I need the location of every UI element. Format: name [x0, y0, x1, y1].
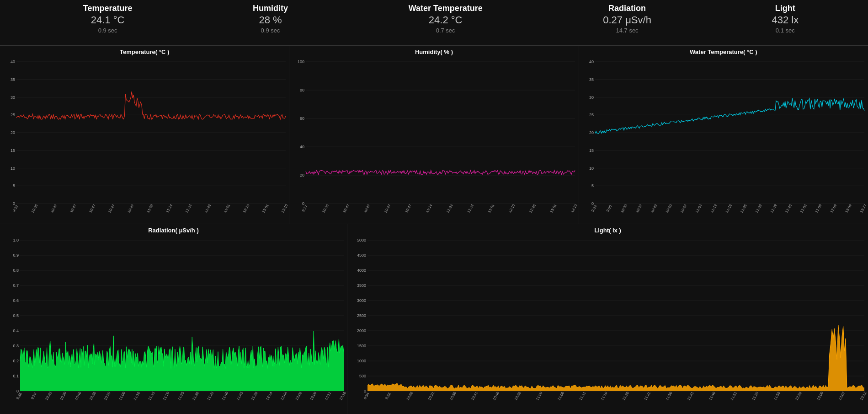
- svg-text:0.9: 0.9: [13, 253, 19, 258]
- chart-panel-top-1: Humidity( % )1008060402009:2710:3610:471…: [289, 46, 579, 224]
- svg-text:13:12: 13:12: [859, 391, 868, 401]
- svg-text:11:11: 11:11: [579, 391, 587, 401]
- sensor-name: Humidity: [253, 4, 288, 13]
- svg-text:10:25: 10:25: [44, 391, 53, 401]
- chart-svg: 5000450040003500300025002000150010005000…: [347, 236, 868, 412]
- svg-text:5000: 5000: [357, 238, 366, 242]
- svg-text:2000: 2000: [357, 328, 366, 333]
- svg-text:11:32: 11:32: [755, 203, 763, 213]
- svg-text:0.2: 0.2: [13, 359, 19, 363]
- svg-text:0.4: 0.4: [13, 328, 19, 333]
- svg-text:0.3: 0.3: [13, 344, 19, 348]
- svg-text:25: 25: [589, 113, 594, 117]
- chart-panel-bottom-0: Radiation( μSv/h )1.00.90.80.70.60.50.40…: [0, 224, 347, 414]
- chart-panel-bottom-1: Light( lx )50004500400035003000250020001…: [347, 224, 868, 414]
- svg-text:15: 15: [11, 148, 15, 153]
- sensor-interval: 0.7 sec: [436, 27, 455, 34]
- svg-text:11:55: 11:55: [751, 391, 760, 401]
- svg-text:13:16: 13:16: [338, 391, 346, 401]
- svg-text:11:18: 11:18: [725, 203, 733, 213]
- sensor-name: Water Temperature: [409, 4, 483, 13]
- svg-text:11:30: 11:30: [192, 391, 200, 401]
- chart-svg: 1008060402009:2710:3610:4710:4710:4710:4…: [289, 57, 579, 222]
- svg-text:11:40: 11:40: [221, 391, 229, 401]
- svg-text:11:39: 11:39: [770, 203, 778, 213]
- svg-text:11:34: 11:34: [184, 203, 192, 213]
- svg-text:10:47: 10:47: [363, 203, 371, 213]
- svg-text:10:50: 10:50: [88, 391, 96, 401]
- svg-text:25: 25: [11, 113, 15, 117]
- svg-text:35: 35: [589, 77, 594, 82]
- svg-text:11:53: 11:53: [799, 203, 808, 213]
- sensor-value: 0.27 μSv/h: [603, 14, 651, 26]
- svg-text:13:10: 13:10: [281, 203, 289, 213]
- svg-text:11:50: 11:50: [250, 391, 258, 401]
- svg-text:10:47: 10:47: [50, 203, 58, 213]
- sensor-name: Temperature: [83, 4, 133, 13]
- sensor-interval: 0.9 sec: [261, 27, 280, 34]
- svg-text:5: 5: [591, 183, 594, 188]
- svg-text:10:47: 10:47: [107, 203, 116, 213]
- svg-text:100: 100: [298, 59, 304, 64]
- sensor-interval: 0.9 sec: [98, 27, 117, 34]
- svg-text:13:09: 13:09: [845, 203, 853, 213]
- svg-text:11:59: 11:59: [815, 203, 823, 213]
- svg-text:20: 20: [589, 130, 594, 135]
- svg-text:13:01: 13:01: [261, 203, 270, 213]
- sensor-name: Radiation: [608, 4, 646, 13]
- svg-text:11:16: 11:16: [600, 391, 608, 401]
- svg-text:11:31: 11:31: [643, 391, 651, 401]
- sensor-item-light: Light 432 lx 0.1 sec: [772, 4, 799, 34]
- chart-panel-top-0: Temperature( °C )40353025201510509:3210:…: [0, 46, 289, 224]
- sensor-value: 24.1 °C: [91, 14, 125, 26]
- svg-text:5: 5: [13, 183, 15, 188]
- chart-title: Radiation( μSv/h ): [148, 227, 199, 234]
- svg-text:10:36: 10:36: [449, 391, 457, 401]
- svg-text:9:56: 9:56: [384, 392, 392, 400]
- svg-text:0.5: 0.5: [13, 313, 19, 318]
- svg-text:10:41: 10:41: [470, 391, 479, 401]
- svg-text:11:24: 11:24: [165, 203, 173, 213]
- svg-text:11:45: 11:45: [235, 391, 244, 401]
- svg-text:1.0: 1.0: [13, 238, 19, 242]
- sensor-item-humidity: Humidity 28 % 0.9 sec: [253, 4, 288, 34]
- svg-text:0.6: 0.6: [13, 298, 19, 303]
- svg-text:13:00: 13:00: [816, 391, 824, 401]
- svg-text:11:04: 11:04: [695, 203, 703, 213]
- svg-text:11:41: 11:41: [687, 391, 695, 401]
- sensor-group: Temperature 24.1 °C 0.9 sec Humidity 28 …: [23, 4, 859, 34]
- chart-title: Water Temperature( °C ): [690, 48, 757, 55]
- svg-text:0.1: 0.1: [13, 374, 19, 378]
- svg-text:20: 20: [300, 173, 304, 177]
- svg-text:10:26: 10:26: [405, 391, 414, 401]
- svg-text:9:50: 9:50: [606, 204, 613, 212]
- svg-text:10:36: 10:36: [321, 203, 330, 213]
- svg-text:12:44: 12:44: [280, 391, 288, 401]
- svg-text:13:01: 13:01: [549, 203, 558, 213]
- svg-text:11:46: 11:46: [785, 203, 793, 213]
- svg-text:13:07: 13:07: [838, 391, 846, 401]
- svg-text:1500: 1500: [357, 344, 366, 348]
- svg-text:11:00: 11:00: [535, 391, 543, 401]
- svg-text:13:17: 13:17: [859, 203, 868, 213]
- svg-text:10:46: 10:46: [492, 391, 500, 401]
- header: Temperature 24.1 °C 0.9 sec Humidity 28 …: [0, 0, 868, 46]
- svg-text:3500: 3500: [357, 283, 366, 288]
- svg-text:13:11: 13:11: [324, 391, 332, 401]
- svg-text:10:36: 10:36: [31, 203, 39, 213]
- svg-text:11:14: 11:14: [425, 203, 433, 213]
- svg-text:10:47: 10:47: [69, 203, 77, 213]
- svg-text:15: 15: [589, 148, 594, 153]
- svg-text:10:50: 10:50: [514, 391, 522, 401]
- svg-text:11:15: 11:15: [147, 391, 155, 401]
- svg-text:13:10: 13:10: [570, 203, 578, 213]
- svg-text:11:00: 11:00: [118, 391, 126, 401]
- svg-text:40: 40: [11, 59, 15, 64]
- sensor-value: 28 %: [259, 14, 282, 26]
- svg-text:12:10: 12:10: [508, 203, 516, 213]
- svg-text:11:46: 11:46: [708, 391, 716, 401]
- svg-text:10:47: 10:47: [88, 203, 96, 213]
- sensor-value: 432 lx: [772, 14, 799, 26]
- sensor-name: Light: [775, 4, 795, 13]
- charts-bottom: Radiation( μSv/h )1.00.90.80.70.60.50.40…: [0, 224, 868, 414]
